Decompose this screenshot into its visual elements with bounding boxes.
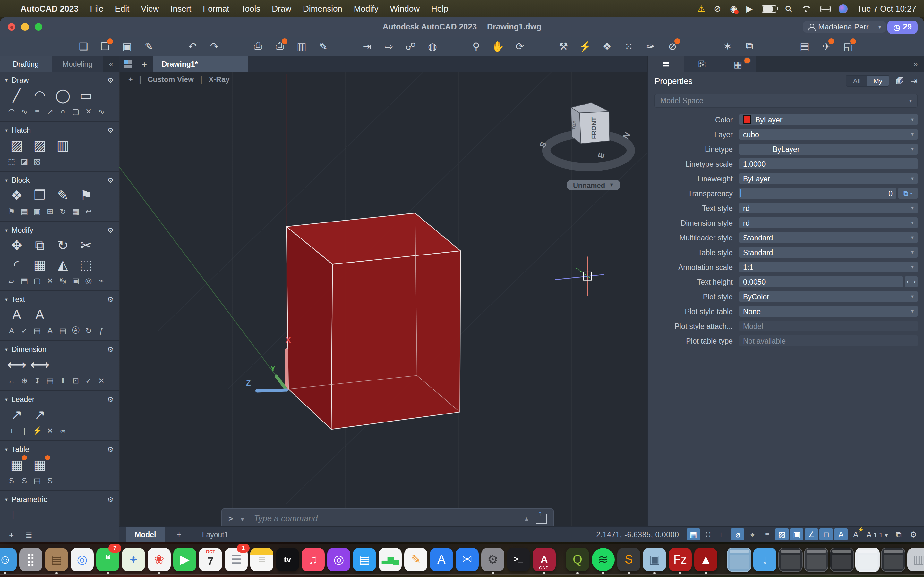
drawing-tab[interactable]: Drawing1* <box>153 56 248 72</box>
menu-item[interactable]: Format <box>203 4 229 13</box>
tool-icon[interactable]: ⬚ <box>5 155 18 167</box>
gear-icon[interactable]: ⚙ <box>107 76 113 84</box>
dock-podcasts[interactable]: ◎ <box>326 545 352 574</box>
section-header[interactable]: ▾Draw⚙ <box>5 74 113 86</box>
toolbar-print-preview[interactable]: ▥ <box>294 39 309 54</box>
toggle-snap[interactable]: ∷ <box>701 528 715 540</box>
menu-bar-clock[interactable]: Tue 7 Oct 10:27 <box>857 4 917 13</box>
property-field[interactable]: Standard ▾ <box>739 232 918 243</box>
tool-icon[interactable]: ◭ <box>51 255 74 274</box>
section-header[interactable]: ▾Dimension⚙ <box>5 343 113 355</box>
dock-terminal[interactable]: >_ <box>506 545 531 574</box>
menu-item[interactable]: Modify <box>354 4 379 13</box>
dock-photo-app[interactable]: ▣ <box>642 545 667 574</box>
section-header[interactable]: ▾Leader⚙ <box>5 394 113 405</box>
viewport-menu-button[interactable]: + <box>128 76 132 83</box>
tool-icon[interactable]: ⧉ <box>28 236 51 255</box>
collapse-triangle-icon[interactable]: ▾ <box>5 446 8 452</box>
more-tabs-button[interactable]: » <box>907 56 924 72</box>
tool-icon[interactable]: A <box>5 305 28 324</box>
dock-apple-tv[interactable]: tv <box>275 545 300 574</box>
toggle-selection-cycling[interactable]: ▣ <box>790 528 803 540</box>
dock-finder[interactable]: ☺ <box>0 545 18 574</box>
tool-icon[interactable]: S <box>44 474 57 487</box>
toolbar-undo[interactable]: ↶ <box>185 39 200 54</box>
toggle-annotation-visibility[interactable]: A <box>834 528 848 540</box>
gear-icon[interactable]: ⚙ <box>107 295 113 303</box>
toolbar-save-as[interactable]: ✎ <box>141 39 157 54</box>
dock-min-window-5[interactable] <box>880 545 906 574</box>
dock-autocad[interactable]: A <box>531 545 557 574</box>
toolbar-purge[interactable]: ⊘ <box>665 39 680 54</box>
dock-facetime[interactable]: ▶ <box>172 545 198 574</box>
toggle-annotation-scale[interactable]: A 1:1 ▾ <box>864 528 891 540</box>
tool-icon[interactable]: ✕ <box>44 274 57 287</box>
tool-icon[interactable]: ⚡ <box>31 424 44 437</box>
toggle-settings[interactable]: ⚙ <box>907 528 920 540</box>
add-tool-button[interactable]: + <box>9 530 14 540</box>
tool-icon[interactable]: S <box>5 474 18 487</box>
toolbar-new[interactable]: ❏ <box>76 39 91 54</box>
dock-notes[interactable]: ≡ <box>249 545 275 574</box>
tool-icon[interactable]: Ⓐ <box>69 324 82 337</box>
app-menu[interactable]: AutoCAD 2023 <box>21 4 79 13</box>
tool-icon[interactable]: S <box>18 474 31 487</box>
toolbar-attach[interactable]: ☍ <box>403 39 418 54</box>
dock-min-window-3[interactable] <box>829 545 855 574</box>
toolbar-health-monitor[interactable]: ◱ <box>841 39 856 54</box>
property-field[interactable]: rd ▾ <box>739 203 918 213</box>
tool-icon[interactable]: ≡ <box>31 105 44 117</box>
property-side-button[interactable]: ⧉ ▾ <box>898 188 918 199</box>
collapse-triangle-icon[interactable]: ▾ <box>5 177 8 183</box>
tool-icon[interactable]: ○ <box>57 105 69 117</box>
new-drawing-tab-button[interactable]: + <box>136 56 153 72</box>
expand-command-history[interactable]: ▲ <box>523 515 529 522</box>
viewport-view-label[interactable]: Custom View <box>148 76 194 83</box>
dock-filezilla[interactable]: Fz <box>667 545 693 574</box>
toolbar-etransmit[interactable]: ◍ <box>425 39 440 54</box>
property-field[interactable]: None ▾ <box>739 306 918 317</box>
tab-layout1[interactable]: Layout1 <box>193 527 237 542</box>
dock-qgis[interactable]: Q <box>565 545 590 574</box>
tool-icon[interactable]: ◯ <box>51 86 74 105</box>
tool-icon[interactable]: ╱ <box>5 86 28 105</box>
toolbar-layers[interactable]: ▤ <box>797 39 813 54</box>
collapse-triangle-icon[interactable]: ▾ <box>5 127 8 133</box>
task-status-icon[interactable]: ⊘ <box>714 4 721 13</box>
toggle-polar-tracking[interactable]: ⌀ <box>731 528 744 540</box>
tool-icon[interactable]: ↩ <box>82 205 95 218</box>
dock-launchpad[interactable]: ⣿ <box>18 545 44 574</box>
selection-scope-dropdown[interactable]: Model Space▾ <box>654 93 918 108</box>
add-layout-button[interactable]: + <box>170 527 188 542</box>
section-header[interactable]: ▾Table⚙ <box>5 444 113 455</box>
tool-icon[interactable]: ↧ <box>31 374 44 387</box>
tool-icon[interactable]: ◠ <box>28 86 51 105</box>
menu-item[interactable]: Dimension <box>303 4 342 13</box>
toolbar-point-style[interactable]: ⁙ <box>621 39 636 54</box>
tab-model[interactable]: Model <box>126 527 165 542</box>
alert-icon[interactable]: ⚠ <box>698 4 705 13</box>
tool-icon[interactable]: ▤ <box>57 324 69 337</box>
menu-item[interactable]: Tools <box>241 4 260 13</box>
command-export-icon[interactable] <box>536 513 547 524</box>
property-field[interactable]: ByLayer ▾ <box>739 114 918 125</box>
dock-reminders[interactable]: ☰ 1 <box>223 545 249 574</box>
spotlight-icon[interactable]: ⚲ <box>783 3 795 15</box>
tool-icon[interactable]: ∿ <box>18 105 31 117</box>
screen-record-icon[interactable]: ◉ <box>730 4 737 13</box>
collapse-triangle-icon[interactable]: ▾ <box>5 77 8 83</box>
toolbar-orbit[interactable]: ⟳ <box>512 39 527 54</box>
dock-app-store[interactable]: A <box>429 545 454 574</box>
tool-icon[interactable]: ✂ <box>74 236 97 255</box>
property-field[interactable]: cubo ▾ <box>739 129 918 140</box>
tool-icon[interactable]: ▭ <box>74 86 97 105</box>
tool-icon[interactable]: ↻ <box>57 205 69 218</box>
wifi-icon[interactable] <box>801 5 811 13</box>
property-field[interactable]: ByLayer ▾ <box>739 173 918 184</box>
dock-keynote[interactable]: ▤ <box>352 545 377 574</box>
collapse-palette-button[interactable]: « <box>103 56 119 72</box>
toolbar-save[interactable]: ▣ <box>120 39 135 54</box>
toolbar-redo[interactable]: ↷ <box>207 39 222 54</box>
tool-icon[interactable]: ∿ <box>95 105 108 117</box>
tab-overview-icon[interactable] <box>120 56 136 72</box>
